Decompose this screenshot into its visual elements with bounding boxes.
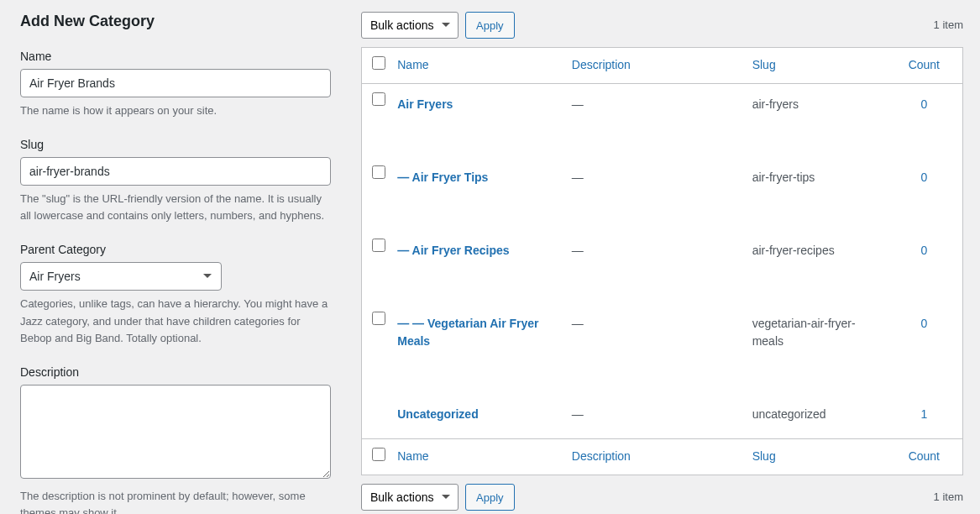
header-name[interactable]: Name [389, 48, 563, 84]
category-count-link[interactable]: 0 [920, 317, 927, 330]
category-slug: vegetarian-air-fryer-meals [744, 303, 894, 394]
category-description: — [563, 303, 744, 394]
table-row: — Air Fryer Tips — air-fryer-tips 0 [362, 157, 963, 230]
select-all-top[interactable] [372, 56, 385, 70]
category-slug: air-fryer-recipes [744, 230, 894, 303]
category-name-link[interactable]: Air Fryers [397, 97, 453, 111]
category-count-link[interactable]: 0 [920, 244, 927, 257]
footer-description[interactable]: Description [563, 439, 744, 475]
description-textarea[interactable] [20, 385, 331, 479]
category-slug: uncategorized [744, 394, 894, 439]
category-slug: air-fryers [744, 84, 894, 158]
category-description: — [563, 230, 744, 303]
parent-label: Parent Category [20, 241, 331, 259]
row-checkbox[interactable] [372, 239, 385, 252]
category-description: — [563, 157, 744, 230]
parent-hint: Categories, unlike tags, can have a hier… [20, 296, 331, 346]
row-checkbox[interactable] [372, 92, 385, 106]
category-name-link[interactable]: — — Vegetarian Air Fryer Meals [397, 317, 538, 348]
footer-slug[interactable]: Slug [744, 439, 894, 475]
item-count-bottom: 1 item [934, 489, 963, 506]
category-description: — [563, 394, 744, 439]
select-all-bottom[interactable] [372, 448, 385, 461]
apply-button-top[interactable]: Apply [465, 12, 515, 39]
description-field-group: Description The description is not promi… [20, 364, 331, 514]
table-row: — Air Fryer Recipes — air-fryer-recipes … [362, 230, 963, 303]
footer-count[interactable]: Count [894, 439, 963, 475]
tablenav-bottom: Bulk actions Apply 1 item [361, 482, 963, 512]
parent-field-group: Parent Category Air Fryers Categories, u… [20, 241, 331, 346]
header-count[interactable]: Count [894, 48, 963, 84]
category-slug: air-fryer-tips [744, 157, 894, 230]
add-category-form: Add New Category Name The name is how it… [20, 10, 331, 514]
item-count-top: 1 item [934, 17, 963, 34]
category-description: — [563, 84, 744, 158]
name-field-group: Name The name is how it appears on your … [20, 48, 331, 119]
description-hint: The description is not prominent by defa… [20, 488, 331, 514]
name-label: Name [20, 48, 331, 66]
category-name-link[interactable]: — Air Fryer Recipes [397, 244, 509, 257]
row-checkbox[interactable] [372, 312, 385, 325]
category-count-link[interactable]: 0 [920, 97, 927, 111]
row-checkbox[interactable] [372, 165, 385, 179]
category-count-link[interactable]: 0 [920, 170, 927, 184]
table-row: Air Fryers — air-fryers 0 [362, 84, 963, 158]
tablenav-top: Bulk actions Apply 1 item [361, 10, 963, 40]
header-slug[interactable]: Slug [744, 48, 894, 84]
bulk-actions-select-bottom[interactable]: Bulk actions [361, 484, 459, 511]
footer-name[interactable]: Name [389, 439, 563, 475]
slug-hint: The "slug" is the URL-friendly version o… [20, 191, 331, 224]
description-label: Description [20, 364, 331, 381]
table-row: — — Vegetarian Air Fryer Meals — vegetar… [362, 303, 963, 394]
categories-table: Name Description Slug Count Air Fryers —… [361, 47, 963, 475]
slug-field-group: Slug The "slug" is the URL-friendly vers… [20, 136, 331, 224]
slug-label: Slug [20, 136, 331, 154]
apply-button-bottom[interactable]: Apply [465, 484, 515, 511]
name-hint: The name is how it appears on your site. [20, 102, 331, 119]
form-heading: Add New Category [20, 10, 331, 33]
parent-select[interactable]: Air Fryers [20, 262, 222, 291]
header-description[interactable]: Description [563, 48, 744, 84]
category-name-link[interactable]: Uncategorized [397, 407, 478, 421]
category-count-link[interactable]: 1 [920, 407, 927, 421]
table-row: Uncategorized — uncategorized 1 [362, 394, 963, 439]
category-name-link[interactable]: — Air Fryer Tips [397, 170, 488, 184]
bulk-actions-select-top[interactable]: Bulk actions [361, 12, 459, 39]
slug-input[interactable] [20, 157, 331, 186]
name-input[interactable] [20, 69, 331, 97]
